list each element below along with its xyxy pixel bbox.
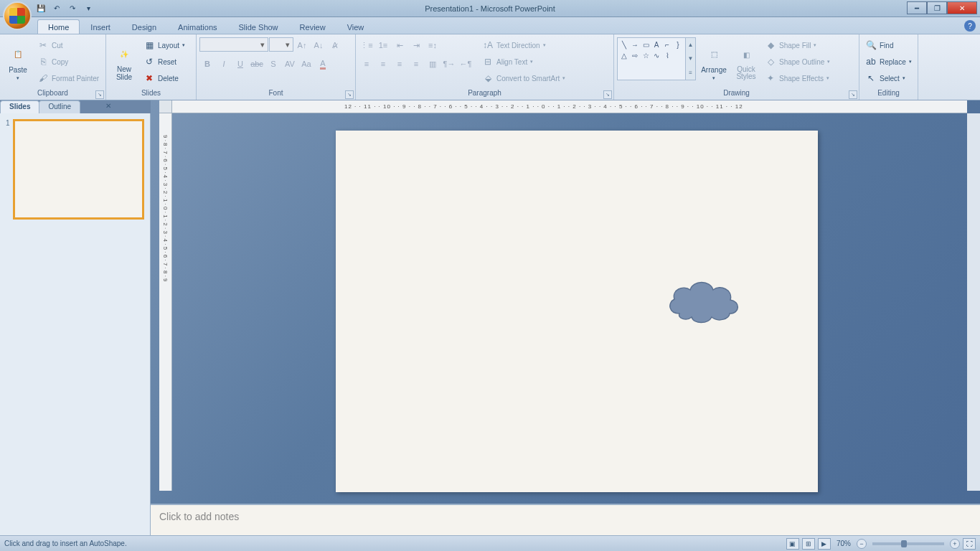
tab-view[interactable]: View [336, 19, 375, 34]
save-icon[interactable]: 💾 [34, 2, 47, 15]
zoom-out-button[interactable]: − [857, 539, 867, 549]
gallery-down-icon[interactable]: ▼ [686, 52, 695, 65]
panel-close-button[interactable]: ✕ [101, 100, 116, 113]
convert-smartart-button[interactable]: ⬙Convert to SmartArt▾ [479, 70, 568, 86]
numbering-button[interactable]: 1≡ [375, 37, 391, 53]
tab-design[interactable]: Design [121, 19, 167, 34]
shape-rect-icon[interactable]: ▭ [641, 39, 651, 50]
find-button[interactable]: 🔍Find [862, 37, 915, 53]
align-center-button[interactable]: ≡ [375, 56, 391, 72]
replace-button[interactable]: abReplace▾ [862, 54, 915, 70]
shape-outline-button[interactable]: ◇Shape Outline▾ [762, 54, 833, 70]
font-family-combo[interactable]: ▾ [199, 37, 268, 52]
clear-formatting-button[interactable]: A̷ [327, 37, 343, 53]
notes-pane[interactable]: Click to add notes [151, 504, 980, 535]
decrease-indent-button[interactable]: ⇤ [392, 37, 407, 53]
redo-icon[interactable]: ↷ [66, 2, 79, 15]
clipboard-launcher[interactable]: ↘ [95, 90, 104, 99]
paste-button[interactable]: 📋 Paste ▾ [3, 37, 33, 88]
sorter-view-button[interactable]: ⊞ [802, 538, 815, 550]
vertical-scrollbar[interactable] [967, 113, 980, 491]
tab-slideshow[interactable]: Slide Show [228, 19, 289, 34]
bold-button[interactable]: B [199, 56, 215, 72]
cut-button[interactable]: ✂Cut [34, 37, 102, 53]
qat-dropdown-icon[interactable]: ▾ [82, 2, 95, 15]
horizontal-ruler[interactable]: 12 · · 11 · · 10 · · 9 · · 8 · · 7 · · 6… [172, 100, 967, 113]
new-slide-button[interactable]: ✨ New Slide [109, 37, 139, 88]
char-spacing-button[interactable]: AV [282, 56, 298, 72]
zoom-thumb[interactable] [901, 540, 907, 547]
maximize-button[interactable]: ❐ [927, 1, 947, 14]
grow-font-button[interactable]: A↑ [294, 37, 310, 53]
outline-tab[interactable]: Outline [39, 100, 80, 113]
line-spacing-button[interactable]: ≡↕ [425, 37, 440, 53]
shape-arrow-icon[interactable]: → [630, 39, 640, 50]
quick-styles-button[interactable]: ◧ Quick Styles [732, 37, 760, 88]
shadow-button[interactable]: S [265, 56, 281, 72]
tab-review[interactable]: Review [289, 19, 336, 34]
change-case-button[interactable]: Aa [298, 56, 314, 72]
normal-view-button[interactable]: ▣ [786, 538, 799, 550]
rtl-button[interactable]: ←¶ [458, 56, 473, 72]
justify-button[interactable]: ≡ [408, 56, 424, 72]
slide-canvas[interactable] [336, 131, 818, 492]
shape-outline-label: Shape Outline [779, 58, 824, 66]
zoom-slider[interactable] [872, 542, 944, 545]
drawing-launcher[interactable]: ↘ [849, 90, 857, 99]
reset-button[interactable]: ↺Reset [141, 54, 188, 70]
cloud-shape[interactable] [661, 274, 748, 327]
slideshow-view-button[interactable]: ▶ [818, 538, 831, 550]
shape-star-icon[interactable]: ☆ [641, 50, 651, 60]
vertical-ruler[interactable]: 9 · 8 · 7 · 6 · 5 · 4 · 3 · 2 · 1 · 0 · … [159, 113, 172, 491]
font-launcher[interactable]: ↘ [345, 90, 354, 99]
delete-button[interactable]: ✖Delete [141, 70, 188, 86]
shape-effects-button[interactable]: ✦Shape Effects▾ [762, 70, 833, 86]
format-painter-button[interactable]: 🖌Format Painter [34, 70, 102, 86]
shape-fill-button[interactable]: ◆Shape Fill▾ [762, 37, 833, 53]
text-direction-button[interactable]: ↕AText Direction▾ [479, 37, 568, 53]
shape-brace-icon[interactable]: } [673, 39, 683, 50]
arrange-button[interactable]: ⬚ Arrange ▾ [697, 37, 730, 88]
tab-animations[interactable]: Animations [167, 19, 227, 34]
align-right-button[interactable]: ≡ [392, 56, 407, 72]
gallery-up-icon[interactable]: ▲ [686, 38, 695, 52]
slides-tab[interactable]: Slides [0, 100, 39, 113]
select-button[interactable]: ↖Select▾ [862, 70, 915, 86]
undo-icon[interactable]: ↶ [50, 2, 63, 15]
align-text-button[interactable]: ⊟Align Text▾ [479, 54, 568, 70]
effects-icon: ✦ [765, 72, 776, 84]
close-button[interactable]: ✕ [947, 1, 977, 14]
font-size-combo[interactable]: ▾ [269, 37, 293, 52]
align-left-button[interactable]: ≡ [359, 56, 374, 72]
underline-button[interactable]: U [232, 56, 248, 72]
office-button[interactable] [3, 1, 32, 30]
status-message: Click and drag to insert an AutoShape. [4, 540, 127, 547]
strikethrough-button[interactable]: abc [249, 56, 265, 72]
font-color-button[interactable]: A [315, 56, 331, 72]
fit-window-button[interactable]: ⛶ [963, 538, 976, 550]
layout-button[interactable]: ▦Layout▾ [141, 37, 188, 53]
shrink-font-button[interactable]: A↓ [311, 37, 326, 53]
tab-insert[interactable]: Insert [80, 19, 121, 34]
zoom-in-button[interactable]: + [950, 539, 960, 549]
shape-arrow2-icon[interactable]: ⇨ [630, 50, 640, 60]
bullets-button[interactable]: ⋮≡ [359, 37, 374, 53]
slide-thumbnail-1[interactable]: 1 [6, 119, 144, 220]
help-button[interactable]: ? [964, 20, 976, 32]
shape-line-icon[interactable]: ╲ [619, 39, 629, 50]
tab-home[interactable]: Home [37, 19, 80, 34]
gallery-more-icon[interactable]: ≡ [686, 66, 695, 80]
shape-triangle-icon[interactable]: △ [619, 50, 629, 60]
shape-freeform-icon[interactable]: ⌇ [662, 50, 672, 60]
ltr-button[interactable]: ¶→ [441, 56, 457, 72]
paragraph-launcher[interactable]: ↘ [603, 90, 612, 99]
shape-curve-icon[interactable]: ∿ [651, 50, 661, 60]
columns-button[interactable]: ▥ [425, 56, 440, 72]
shapes-gallery[interactable]: ╲ → ▭ A ⌐ } ○ △ ⇨ ☆ ∿ ⌇ ▲ ▼ ≡ [617, 37, 696, 80]
copy-button[interactable]: ⎘Copy [34, 54, 102, 70]
shape-connector-icon[interactable]: ⌐ [662, 39, 672, 50]
increase-indent-button[interactable]: ⇥ [408, 37, 424, 53]
minimize-button[interactable]: ━ [907, 1, 927, 14]
shape-textbox-icon[interactable]: A [651, 39, 661, 50]
italic-button[interactable]: I [216, 56, 232, 72]
